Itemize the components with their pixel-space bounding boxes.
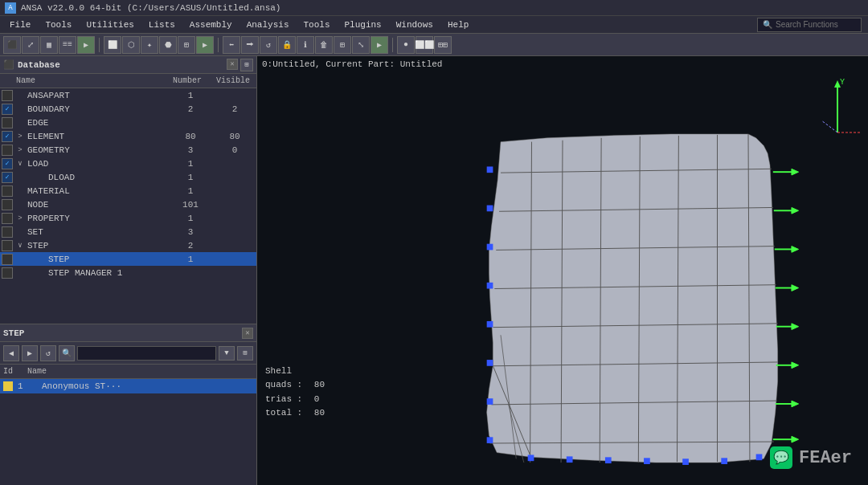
step-search-input[interactable] [77, 346, 216, 361]
svg-marker-54 [792, 436, 799, 442]
db-row-number: 2 [166, 241, 215, 251]
db-row-checkbox[interactable] [2, 199, 13, 210]
menu-assembly[interactable]: Assembly [183, 18, 239, 31]
toolbar-grp[interactable]: ⊞ [334, 36, 351, 54]
db-row-checkbox[interactable] [2, 145, 13, 156]
toolbar-obj2[interactable]: ⬡ [122, 36, 140, 54]
toolbar-grid[interactable]: ⊞⊞ [434, 36, 452, 54]
db-row[interactable]: SET3 [0, 225, 256, 238]
toolbar-step[interactable]: ↺ [260, 36, 277, 54]
db-row-number: 1 [166, 91, 215, 100]
db-row-expand[interactable] [14, 90, 26, 101]
db-row[interactable]: STEP MANAGER 1 [0, 266, 256, 279]
db-row[interactable]: ✓∨LOAD1 [0, 157, 256, 170]
db-row[interactable]: MATERIAL1 [0, 184, 256, 198]
db-row-checkbox[interactable] [2, 226, 13, 238]
toolbar-split[interactable]: ⬜⬜ [416, 36, 433, 54]
toolbar-lock[interactable]: 🔒 [278, 36, 296, 54]
database-close-btn[interactable]: ✕ [227, 59, 238, 70]
search-input[interactable] [776, 20, 856, 29]
database-title: Database [18, 60, 60, 70]
database-header: ⬛ Database ✕ ⊞ [0, 56, 256, 74]
step-close-btn[interactable]: ✕ [242, 328, 253, 339]
menu-tools2[interactable]: Tools [297, 18, 336, 31]
db-row-name: SET [26, 227, 166, 237]
toolbar-del[interactable]: 🗑 [315, 36, 333, 54]
toolbar-nav1[interactable]: ⬅ [223, 36, 240, 54]
db-row[interactable]: ✓>ELEMENT8080 [0, 129, 256, 143]
db-row[interactable]: ∨STEP2 [0, 238, 256, 252]
step-row-color [3, 381, 13, 391]
step-columns-btn[interactable]: ⊞ [237, 346, 253, 361]
db-row-expand[interactable] [14, 172, 26, 183]
db-row-expand[interactable]: > [14, 145, 26, 156]
db-row-checkbox[interactable]: ✓ [2, 158, 13, 169]
quads-label: quads : [265, 380, 302, 389]
db-row-expand[interactable] [14, 117, 26, 128]
svg-marker-52 [792, 401, 799, 407]
step-refresh-btn[interactable]: ↺ [40, 345, 56, 361]
db-row[interactable]: STEP1 [0, 252, 256, 266]
toolbar-mesh[interactable]: ≡≡ [59, 36, 76, 54]
viewport[interactable]: 0:Untitled, Current Part: Untitled Y [257, 56, 868, 485]
db-row-checkbox[interactable] [2, 267, 13, 279]
db-row-expand[interactable]: ∨ [14, 240, 26, 251]
db-row-checkbox[interactable]: ✓ [2, 172, 13, 183]
toolbar-obj5[interactable]: ⊞ [178, 36, 195, 54]
db-row-expand[interactable] [14, 199, 26, 210]
db-row[interactable]: ✓BOUNDARY22 [0, 102, 256, 116]
menu-analysis[interactable]: Analysis [240, 18, 296, 31]
db-row-checkbox[interactable]: ✓ [2, 131, 13, 142]
step-back-btn[interactable]: ◀ [3, 345, 19, 361]
db-row-expand[interactable] [14, 226, 26, 238]
toolbar-info[interactable]: ℹ [297, 36, 314, 54]
toolbar-move[interactable]: ⤢ [22, 36, 39, 54]
db-row-expand[interactable] [14, 104, 26, 115]
toolbar-obj1[interactable]: ⬜ [104, 36, 121, 54]
db-row[interactable]: ✓DLOAD1 [0, 170, 256, 184]
step-row[interactable]: 1Anonymous ST··· [0, 379, 256, 393]
menu-tools[interactable]: Tools [39, 18, 78, 31]
toolbar-circle[interactable]: ● [397, 36, 415, 54]
db-row-expand[interactable]: > [14, 213, 26, 224]
step-fwd-btn[interactable]: ▶ [22, 345, 38, 361]
db-row-number: 1 [166, 186, 215, 196]
db-row-checkbox[interactable] [2, 213, 13, 224]
toolbar-select[interactable]: ⬛ [3, 36, 21, 54]
db-row-checkbox[interactable] [2, 254, 13, 265]
menu-file[interactable]: File [3, 18, 37, 31]
db-row-expand[interactable] [14, 267, 26, 279]
col-number: Number [163, 76, 211, 85]
toolbar-nav2[interactable]: ⮕ [241, 36, 259, 54]
db-row-checkbox[interactable]: ✓ [2, 104, 13, 115]
toolbar-view[interactable]: ▦ [40, 36, 58, 54]
toolbar-exp[interactable]: ⤡ [352, 36, 370, 54]
menu-help[interactable]: Help [441, 18, 475, 31]
db-row-expand[interactable]: ∨ [14, 158, 26, 169]
svg-rect-24 [487, 166, 493, 173]
db-row-checkbox[interactable] [2, 90, 13, 101]
db-row-expand[interactable] [14, 185, 26, 197]
db-row[interactable]: ANSAPART1 [0, 88, 256, 102]
db-row[interactable]: >PROPERTY1 [0, 211, 256, 225]
db-row-checkbox[interactable] [2, 240, 13, 251]
toolbar-arrow3[interactable]: ▶ [371, 36, 388, 54]
database-grid-btn[interactable]: ⊞ [240, 59, 253, 71]
toolbar-obj3[interactable]: ✦ [141, 36, 158, 54]
menu-windows[interactable]: Windows [390, 18, 440, 31]
toolbar-arrow2[interactable]: ▶ [196, 36, 214, 54]
toolbar-arrow[interactable]: ▶ [77, 36, 95, 54]
step-search-btn[interactable]: 🔍 [59, 345, 75, 361]
toolbar-obj4[interactable]: ⬣ [159, 36, 177, 54]
db-row[interactable]: >GEOMETRY30 [0, 143, 256, 157]
db-row[interactable]: NODE101 [0, 198, 256, 211]
menu-utilities[interactable]: Utilities [80, 18, 140, 31]
db-row-expand[interactable] [14, 254, 26, 265]
db-row[interactable]: EDGE [0, 116, 256, 129]
menu-lists[interactable]: Lists [142, 18, 182, 31]
step-filter-btn[interactable]: ▼ [219, 346, 235, 361]
menu-plugins[interactable]: Plugins [338, 18, 388, 31]
db-row-checkbox[interactable] [2, 117, 13, 128]
db-row-checkbox[interactable] [2, 185, 13, 197]
db-row-expand[interactable]: > [14, 131, 26, 142]
